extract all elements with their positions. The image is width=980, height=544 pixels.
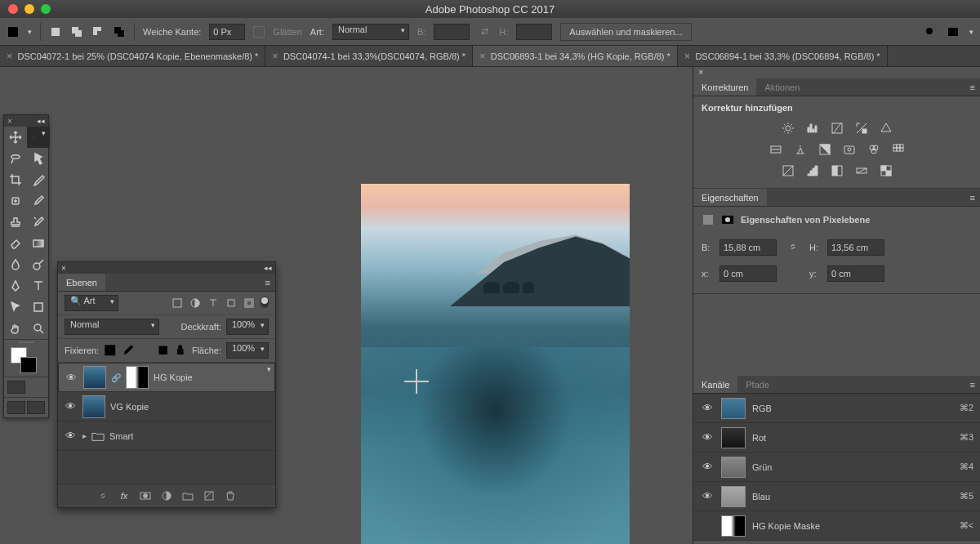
- width-prop-input[interactable]: [719, 239, 777, 256]
- levels-icon[interactable]: [805, 121, 820, 136]
- opacity-input[interactable]: 100%: [226, 319, 269, 335]
- delete-layer-icon[interactable]: [224, 489, 237, 502]
- layer-thumbnail[interactable]: [83, 366, 106, 389]
- eraser-tool[interactable]: [4, 233, 27, 254]
- workspace-icon[interactable]: [947, 25, 960, 38]
- right-close-icon[interactable]: ×: [698, 67, 703, 78]
- document-tab[interactable]: ×DSC04072-1 bei 25% (DSC04074 Kopie, Ebe…: [0, 46, 265, 66]
- document-image[interactable]: [361, 184, 630, 544]
- quickmask-button[interactable]: [7, 381, 25, 394]
- maximize-window-button[interactable]: [41, 4, 51, 14]
- layer-row[interactable]: 👁VG Kopie: [58, 392, 275, 421]
- gradient-tool[interactable]: [27, 233, 50, 254]
- path-select-tool[interactable]: [4, 297, 27, 318]
- move-tool[interactable]: [4, 127, 27, 148]
- channel-row[interactable]: HG Kopie Maske⌘<: [693, 511, 980, 541]
- select-and-mask-button[interactable]: Auswählen und maskieren...: [560, 23, 691, 41]
- visibility-icon[interactable]: 👁: [700, 461, 715, 473]
- channel-row[interactable]: 👁RGB⌘2: [693, 394, 980, 423]
- lock-all-icon[interactable]: [174, 344, 187, 357]
- color-lookup-icon[interactable]: [891, 142, 906, 157]
- height-prop-input[interactable]: [827, 239, 884, 256]
- type-tool[interactable]: [27, 275, 50, 297]
- height-input[interactable]: [516, 24, 552, 40]
- selective-color-icon[interactable]: [879, 163, 893, 178]
- dodge-tool[interactable]: [27, 254, 50, 275]
- link-layers-icon[interactable]: [96, 489, 109, 502]
- fill-input[interactable]: 100%: [226, 342, 269, 359]
- aktionen-tab[interactable]: Aktionen: [756, 78, 808, 96]
- marquee-tool[interactable]: [27, 127, 50, 148]
- antialias-checkbox[interactable]: [253, 26, 265, 38]
- channel-row[interactable]: 👁Rot⌘3: [693, 423, 980, 453]
- chevron-right-icon[interactable]: ▸: [82, 431, 87, 440]
- lock-paint-icon[interactable]: [122, 344, 135, 357]
- filter-smart-icon[interactable]: [243, 297, 256, 310]
- bw-icon[interactable]: [817, 142, 832, 157]
- color-swatches[interactable]: [4, 344, 48, 377]
- minimize-window-button[interactable]: [24, 4, 34, 14]
- shape-tool[interactable]: [27, 297, 50, 318]
- threshold-icon[interactable]: [830, 163, 844, 178]
- background-color[interactable]: [20, 357, 37, 373]
- tab-close-icon[interactable]: ×: [272, 50, 278, 62]
- style-select[interactable]: Normal: [332, 24, 409, 40]
- search-icon[interactable]: [924, 25, 937, 38]
- blend-mode-select[interactable]: Normal: [65, 319, 159, 335]
- lock-transparent-icon[interactable]: [104, 344, 117, 357]
- zoom-tool[interactable]: [27, 318, 50, 339]
- screenmode2-button[interactable]: [27, 401, 45, 414]
- layers-close-icon[interactable]: ×: [61, 264, 66, 273]
- layer-row[interactable]: 👁▸Smart: [58, 421, 275, 451]
- tools-collapse-icon[interactable]: ◂◂: [37, 117, 45, 125]
- x-prop-input[interactable]: [719, 265, 777, 282]
- layer-thumbnail[interactable]: [82, 395, 105, 418]
- exposure-icon[interactable]: [854, 121, 869, 136]
- brush-tool[interactable]: [27, 190, 50, 212]
- history-brush-tool[interactable]: [27, 212, 50, 233]
- filter-adjust-icon[interactable]: [189, 297, 202, 310]
- document-tab[interactable]: ×DSC06893-1 bei 34,3% (HG Kopie, RGB/8) …: [473, 46, 678, 66]
- visibility-icon[interactable]: 👁: [63, 400, 78, 412]
- panel-menu-icon[interactable]: ≡: [261, 274, 275, 291]
- lock-artboard-icon[interactable]: [157, 344, 170, 357]
- tab-close-icon[interactable]: ×: [479, 50, 486, 62]
- vibrance-icon[interactable]: [879, 121, 893, 136]
- mask-thumbnail[interactable]: [126, 366, 149, 389]
- tab-close-icon[interactable]: ×: [684, 50, 691, 62]
- eigenschaften-menu-icon[interactable]: ≡: [965, 189, 980, 206]
- korrekturen-menu-icon[interactable]: ≡: [965, 78, 980, 96]
- filter-type-select[interactable]: 🔍 Art: [65, 295, 118, 311]
- brightness-icon[interactable]: [781, 121, 795, 136]
- channel-row[interactable]: 👁Blau⌘5: [693, 482, 980, 511]
- blur-tool[interactable]: [4, 254, 27, 275]
- hand-tool[interactable]: [4, 318, 27, 339]
- crop-tool[interactable]: [4, 169, 27, 190]
- screenmode-button[interactable]: [7, 401, 25, 414]
- new-selection-icon[interactable]: [49, 25, 62, 38]
- eyedropper-tool[interactable]: [27, 169, 50, 190]
- filter-pixel-icon[interactable]: [171, 297, 184, 310]
- stamp-tool[interactable]: [4, 212, 27, 233]
- visibility-icon[interactable]: 👁: [700, 490, 715, 502]
- visibility-icon[interactable]: 👁: [700, 402, 715, 414]
- subtract-selection-icon[interactable]: [91, 25, 105, 38]
- healing-tool[interactable]: [4, 190, 27, 212]
- filter-shape-icon[interactable]: [225, 297, 238, 310]
- channels-menu-icon[interactable]: ≡: [965, 376, 980, 393]
- new-group-icon[interactable]: [181, 489, 194, 502]
- pfade-tab[interactable]: Pfade: [737, 376, 777, 393]
- marquee-tool-icon[interactable]: [7, 25, 20, 38]
- filter-type-icon[interactable]: [207, 297, 220, 310]
- visibility-icon[interactable]: 👁: [700, 431, 715, 444]
- kanale-tab[interactable]: Kanäle: [693, 376, 737, 393]
- layers-collapse-icon[interactable]: ◂◂: [264, 264, 272, 272]
- eigenschaften-tab[interactable]: Eigenschaften: [693, 189, 767, 206]
- intersect-selection-icon[interactable]: [113, 25, 126, 38]
- add-selection-icon[interactable]: [70, 25, 83, 38]
- lock-position-icon[interactable]: [139, 344, 152, 357]
- document-tab[interactable]: ×DSC04074-1 bei 33,3%(DSC04074, RGB/8) *: [265, 46, 473, 66]
- filter-toggle[interactable]: [261, 297, 269, 308]
- gradient-map-icon[interactable]: [854, 163, 869, 178]
- link-wh-icon[interactable]: [783, 241, 803, 254]
